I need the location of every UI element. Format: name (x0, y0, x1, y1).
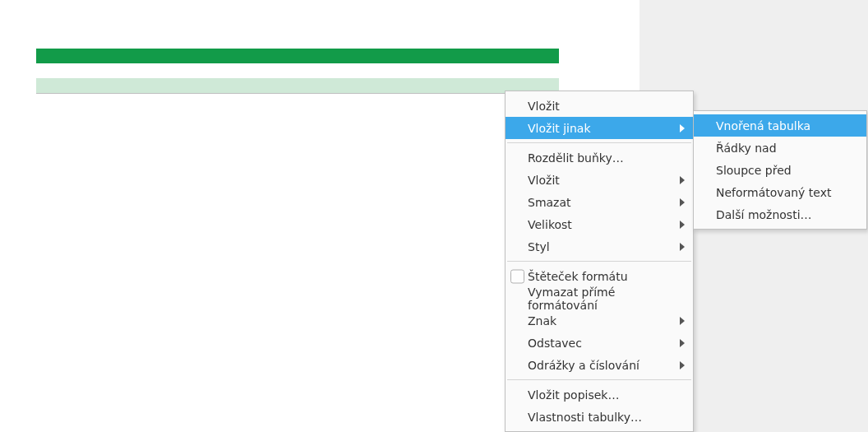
menu-item-label: Vložit (528, 174, 560, 187)
menu-separator (507, 261, 691, 262)
menu-item-label: Řádky nad (716, 142, 777, 155)
menu-item-clear-formatting[interactable]: Vymazat přímé formátování (506, 287, 693, 309)
submenu-arrow-icon (680, 176, 685, 184)
menu-item-label: Vložit popisek… (528, 388, 619, 402)
menu-item-label: Štěteček formátu (528, 270, 628, 283)
submenu-arrow-icon (680, 339, 685, 347)
menu-item-insert[interactable]: Vložit (506, 169, 693, 191)
menu-item-style[interactable]: Styl (506, 235, 693, 258)
menu-item-size[interactable]: Velikost (506, 213, 693, 235)
menu-item-format-paintbrush[interactable]: Štěteček formátu (506, 265, 693, 287)
menu-item-label: Styl (528, 240, 550, 253)
menu-item-label: Smazat (528, 196, 571, 209)
submenu-arrow-icon (680, 361, 685, 369)
context-menu[interactable]: Vložit Vložit jinak Rozdělit buňky… Vlož… (505, 91, 694, 432)
menu-item-label: Odrážky a číslování (528, 359, 639, 372)
table-row[interactable] (36, 63, 559, 78)
menu-item-delete[interactable]: Smazat (506, 191, 693, 213)
menu-item-label: Vložit jinak (528, 122, 591, 135)
submenu-item-columns-before[interactable]: Sloupce před (694, 159, 866, 181)
submenu-arrow-icon (680, 317, 685, 325)
menu-item-label: Rozdělit buňky… (528, 151, 624, 165)
menu-item-label: Znak (528, 314, 556, 327)
menu-item-label: Velikost (528, 218, 572, 231)
menu-item-insert-caption[interactable]: Vložit popisek… (506, 383, 693, 406)
submenu-item-unformatted-text[interactable]: Neformátovaný text (694, 181, 866, 203)
menu-item-label: Neformátovaný text (716, 186, 831, 199)
table-row[interactable] (36, 78, 559, 93)
submenu-arrow-icon (680, 124, 685, 132)
menu-item-table-properties[interactable]: Vlastnosti tabulky… (506, 406, 693, 428)
menu-item-paste[interactable]: Vložit (506, 95, 693, 117)
checkbox-icon (510, 269, 524, 283)
menu-item-label: Sloupce před (716, 164, 792, 177)
submenu-arrow-icon (680, 221, 685, 229)
submenu-item-nested-table[interactable]: Vnořená tabulka (694, 114, 866, 137)
paste-special-submenu[interactable]: Vnořená tabulka Řádky nad Sloupce před N… (693, 110, 867, 230)
menu-item-paste-special[interactable]: Vložit jinak (506, 117, 693, 139)
document-table[interactable] (36, 49, 559, 94)
submenu-arrow-icon (680, 243, 685, 251)
menu-item-label: Vložit (528, 100, 560, 113)
menu-separator (507, 379, 691, 380)
submenu-item-more-options[interactable]: Další možnosti… (694, 203, 866, 225)
menu-item-character[interactable]: Znak (506, 309, 693, 332)
table-header-row[interactable] (36, 49, 559, 63)
menu-item-label: Vnořená tabulka (716, 119, 810, 132)
menu-separator (507, 142, 691, 143)
menu-item-label: Odstavec (528, 337, 582, 350)
submenu-arrow-icon (680, 198, 685, 207)
menu-item-label: Vlastnosti tabulky… (528, 411, 642, 424)
menu-item-split-cells[interactable]: Rozdělit buňky… (506, 146, 693, 169)
menu-item-label: Vymazat přímé formátování (528, 286, 673, 312)
menu-item-bullets-numbering[interactable]: Odrážky a číslování (506, 354, 693, 376)
menu-item-label: Další možnosti… (716, 208, 812, 221)
submenu-item-rows-above[interactable]: Řádky nad (694, 137, 866, 159)
menu-item-paragraph[interactable]: Odstavec (506, 332, 693, 354)
